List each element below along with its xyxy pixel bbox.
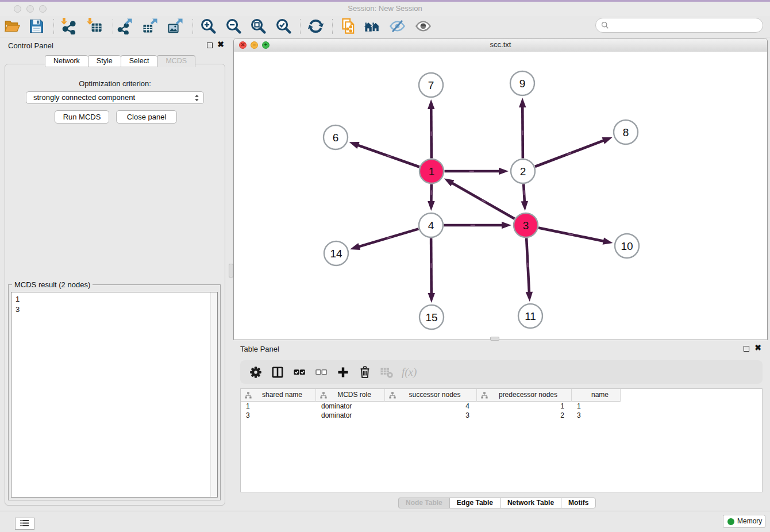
save-session-icon xyxy=(28,18,45,34)
graph-node-7[interactable]: 7 xyxy=(419,73,443,97)
deselect-all-button[interactable] xyxy=(314,365,328,379)
settings-button[interactable] xyxy=(249,365,263,379)
edge-3-1[interactable] xyxy=(444,178,515,218)
column-header-successor-nodes[interactable]: successor nodes xyxy=(385,389,477,402)
edge-4-14[interactable] xyxy=(350,229,418,250)
column-header-name[interactable]: name xyxy=(572,389,621,402)
edge-4-3[interactable] xyxy=(444,222,512,229)
edge-2-3[interactable] xyxy=(521,184,528,211)
task-history-button[interactable] xyxy=(15,518,34,530)
edge-2-8[interactable] xyxy=(535,137,613,167)
node-label: 7 xyxy=(428,79,434,91)
graph-node-1[interactable]: 1 xyxy=(419,159,444,183)
tab-mcds[interactable]: MCDS xyxy=(157,55,195,67)
splitter-grip-left[interactable] xyxy=(229,264,233,277)
edge-label xyxy=(471,225,475,226)
table-header-row: shared nameMCDS rolesuccessor nodesprede… xyxy=(241,389,621,402)
table-row[interactable]: 1dominator411 xyxy=(241,402,762,411)
memory-button[interactable]: Memory xyxy=(723,515,765,528)
titlebar[interactable]: Session: New Session xyxy=(0,2,770,16)
export-image-button[interactable] xyxy=(166,17,186,36)
splitter-grip-bottom[interactable] xyxy=(490,337,499,341)
tab-select[interactable]: Select xyxy=(121,55,157,67)
result-scrollbar[interactable] xyxy=(210,292,217,497)
tab-style[interactable]: Style xyxy=(88,55,121,67)
control-panel-float-icon[interactable] xyxy=(207,43,213,48)
network-close-button[interactable]: ✕ xyxy=(239,41,247,49)
export-table-button[interactable] xyxy=(141,17,160,36)
edge-1-6[interactable] xyxy=(349,142,419,167)
network-canvas[interactable]: 7968124314101511 xyxy=(234,52,767,340)
tab-edge-table[interactable]: Edge Table xyxy=(449,498,500,508)
delete-row-button[interactable] xyxy=(358,365,372,379)
table-panel-close-icon[interactable]: ✖ xyxy=(754,343,761,352)
graph-node-6[interactable]: 6 xyxy=(324,125,348,149)
search-box[interactable] xyxy=(595,18,763,33)
edge-3-10[interactable] xyxy=(538,228,613,245)
network-zoom-button[interactable]: + xyxy=(262,41,270,49)
select-all-button[interactable] xyxy=(292,365,306,379)
memory-button-label: Memory xyxy=(737,517,762,525)
export-network-button[interactable] xyxy=(116,17,135,36)
graph-node-11[interactable]: 11 xyxy=(518,304,542,328)
columns-button[interactable] xyxy=(271,365,284,379)
tab-motifs[interactable]: Motifs xyxy=(561,498,596,508)
search-input[interactable] xyxy=(612,20,758,31)
tab-network-table[interactable]: Network Table xyxy=(500,498,561,508)
control-panel-close-icon[interactable]: ✖ xyxy=(217,40,224,49)
apply-layout-icon xyxy=(307,18,324,34)
mcds-result-textarea[interactable]: 1 3 xyxy=(11,292,218,498)
close-panel-button[interactable]: Close panel xyxy=(116,110,177,124)
zoom-selected-button[interactable] xyxy=(274,17,294,36)
network-window-titlebar[interactable]: scc.txt ✕ − + xyxy=(234,38,767,52)
select-all-icon xyxy=(292,365,306,379)
hide-selected-button[interactable] xyxy=(388,17,407,36)
network-minimize-button[interactable]: − xyxy=(251,41,258,49)
edge-1-4[interactable] xyxy=(428,184,434,211)
tab-network[interactable]: Network xyxy=(45,55,88,67)
function-builder-button[interactable]: f(x) xyxy=(402,366,417,379)
edge-1-7[interactable] xyxy=(428,99,434,159)
application-window: Session: New Session Control Panel ✖ Opt… xyxy=(0,0,770,532)
criterion-select[interactable]: strongly connected component xyxy=(26,91,204,104)
node-label: 15 xyxy=(425,311,437,323)
column-header-MCDS-role[interactable]: MCDS role xyxy=(316,389,385,402)
import-table-button[interactable] xyxy=(85,17,105,36)
edge-4-15[interactable] xyxy=(428,238,434,303)
edge-2-9[interactable] xyxy=(519,98,526,159)
run-mcds-button[interactable]: Run MCDS xyxy=(55,110,109,124)
table-panel-float-icon[interactable] xyxy=(744,346,749,352)
zoom-out-button[interactable] xyxy=(224,17,244,36)
zoom-in-button[interactable] xyxy=(199,17,218,36)
control-panel-tabs: NetworkStyleSelectMCDS xyxy=(45,55,195,67)
column-label: shared name xyxy=(249,389,315,401)
node-label: 2 xyxy=(520,165,526,178)
graph-node-3[interactable]: 3 xyxy=(514,213,538,237)
edge-1-2[interactable] xyxy=(445,168,509,175)
edge-label xyxy=(522,130,523,135)
column-header-predecessor-nodes[interactable]: predecessor nodes xyxy=(477,389,572,402)
column-header-shared-name[interactable]: shared name xyxy=(241,389,316,402)
show-all-button[interactable] xyxy=(414,17,433,36)
table-row[interactable]: 3dominator323 xyxy=(241,411,762,420)
graph-node-9[interactable]: 9 xyxy=(510,71,534,95)
settings-icon xyxy=(249,365,263,379)
clone-network-button[interactable] xyxy=(338,17,358,36)
graph-node-15[interactable]: 15 xyxy=(419,305,444,329)
save-session-button[interactable] xyxy=(27,17,47,36)
apply-layout-button[interactable] xyxy=(306,17,326,36)
first-neighbors-button[interactable] xyxy=(363,17,382,36)
edge-3-11[interactable] xyxy=(526,238,533,302)
graph-node-10[interactable]: 10 xyxy=(615,234,639,258)
first-neighbors-icon xyxy=(364,18,380,34)
graph-node-4[interactable]: 4 xyxy=(419,213,443,237)
tab-node-table[interactable]: Node Table xyxy=(398,498,449,508)
zoom-fit-button[interactable] xyxy=(249,17,268,36)
open-session-button[interactable] xyxy=(3,17,22,36)
graph-node-8[interactable]: 8 xyxy=(614,120,638,144)
import-network-button[interactable] xyxy=(59,17,79,36)
delete-table-button[interactable] xyxy=(380,365,394,379)
graph-node-2[interactable]: 2 xyxy=(511,159,535,183)
add-row-button[interactable] xyxy=(336,365,350,379)
graph-node-14[interactable]: 14 xyxy=(324,241,348,265)
